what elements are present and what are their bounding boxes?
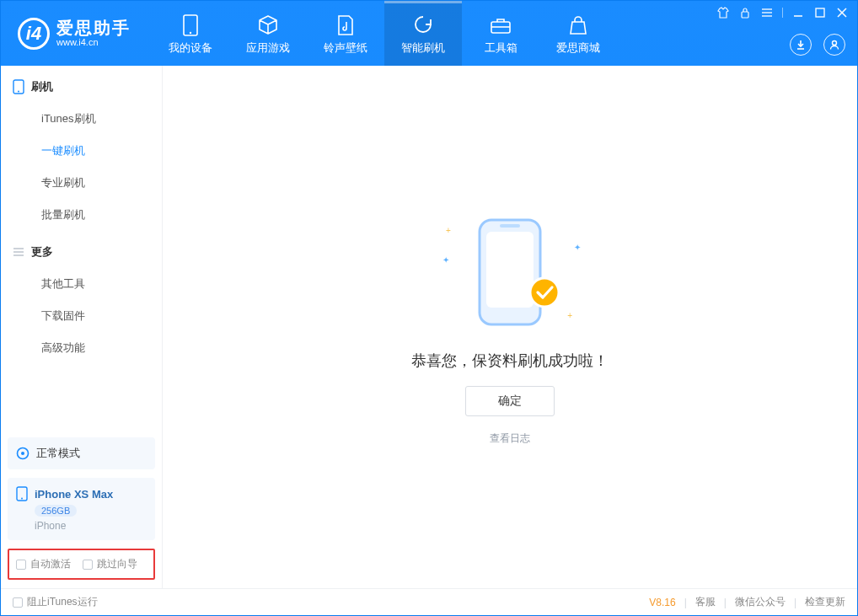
skip-guide-label: 跳过向导 (97, 557, 137, 571)
menu-icon[interactable] (760, 6, 774, 19)
nav-apps[interactable]: 应用游戏 (229, 1, 307, 66)
header-action-buttons (790, 34, 845, 56)
device-icon (180, 14, 201, 36)
app-title: 爱思助手 (56, 19, 131, 37)
sidebar-item-advanced[interactable]: 高级功能 (1, 332, 162, 364)
block-itunes-label: 阻止iTunes运行 (27, 595, 98, 609)
separator: | (794, 597, 796, 608)
device-card[interactable]: iPhone XS Max 256GB iPhone (8, 478, 155, 540)
mode-label: 正常模式 (36, 446, 80, 461)
separator: | (684, 597, 687, 608)
sidebar-item-pro-flash[interactable]: 专业刷机 (1, 167, 162, 199)
auto-activate-checkbox[interactable]: 自动激活 (16, 557, 71, 571)
wechat-link[interactable]: 微信公众号 (735, 595, 786, 609)
phone-icon (13, 79, 24, 94)
checkbox-icon (83, 560, 93, 570)
svg-point-26 (530, 278, 559, 307)
success-illustration: ✦ ✦ + + (434, 209, 586, 335)
sidebar: 刷机 iTunes刷机 一键刷机 专业刷机 批量刷机 更多 其他工具 下载固件 … (1, 66, 163, 588)
svg-point-20 (21, 452, 24, 455)
sidebar-group-title: 更多 (31, 244, 53, 260)
nav-ringtone[interactable]: 铃声壁纸 (307, 1, 384, 66)
block-itunes-checkbox[interactable]: 阻止iTunes运行 (13, 595, 98, 609)
sparkle-icon: + (446, 226, 451, 235)
checkbox-row: 自动激活 跳过向导 (8, 549, 155, 580)
separator: | (724, 597, 727, 608)
sidebar-group-title: 刷机 (31, 79, 53, 94)
check-update-link[interactable]: 检查更新 (805, 595, 845, 609)
device-type-label: iPhone (35, 520, 66, 532)
svg-point-22 (21, 498, 23, 500)
ok-button[interactable]: 确定 (465, 386, 555, 416)
top-nav: 我的设备 应用游戏 铃声壁纸 智能刷机 (152, 1, 617, 66)
maximize-icon[interactable] (813, 6, 827, 19)
sidebar-item-download-firmware[interactable]: 下载固件 (1, 300, 162, 332)
sidebar-group-more: 更多 (1, 231, 162, 268)
svg-rect-9 (816, 8, 824, 17)
capacity-badge: 256GB (35, 505, 77, 517)
svg-point-13 (833, 41, 837, 46)
bag-icon (567, 14, 589, 36)
sidebar-item-itunes-flash[interactable]: iTunes刷机 (1, 103, 162, 135)
sidebar-bottom: 正常模式 iPhone XS Max 256GB iPhone 自动激活 (1, 437, 162, 588)
refresh-shield-icon (412, 14, 434, 36)
nav-store[interactable]: 爱思商城 (539, 1, 617, 66)
svg-rect-24 (486, 232, 534, 308)
sidebar-item-other-tools[interactable]: 其他工具 (1, 268, 162, 300)
nav-flash[interactable]: 智能刷机 (384, 1, 462, 66)
checkbox-icon (16, 560, 26, 570)
nav-label: 铃声壁纸 (324, 40, 367, 56)
footer-right: V8.16 | 客服 | 微信公众号 | 检查更新 (649, 595, 845, 609)
sparkle-icon: ✦ (442, 255, 449, 265)
nav-label: 应用游戏 (246, 40, 290, 56)
nav-label: 智能刷机 (401, 40, 445, 56)
device-phone-icon (16, 486, 28, 501)
nav-label: 我的设备 (169, 40, 212, 56)
music-file-icon (335, 14, 357, 36)
svg-rect-4 (742, 12, 748, 18)
svg-point-1 (190, 31, 191, 33)
sidebar-group-flash: 刷机 (1, 66, 162, 103)
sidebar-item-oneclick-flash[interactable]: 一键刷机 (1, 135, 162, 167)
minimize-icon[interactable] (791, 6, 805, 19)
sparkle-icon: ✦ (574, 243, 581, 252)
body: 刷机 iTunes刷机 一键刷机 专业刷机 批量刷机 更多 其他工具 下载固件 … (1, 66, 857, 588)
header: i4 爱思助手 www.i4.cn 我的设备 应用游戏 (1, 1, 857, 66)
download-button[interactable] (790, 34, 812, 56)
separator (782, 8, 783, 18)
mode-card[interactable]: 正常模式 (8, 437, 155, 469)
view-log-link[interactable]: 查看日志 (490, 431, 530, 446)
device-name-label: iPhone XS Max (35, 488, 113, 501)
app-url: www.i4.cn (56, 37, 131, 47)
footer: 阻止iTunes运行 V8.16 | 客服 | 微信公众号 | 检查更新 (1, 588, 857, 615)
svg-point-15 (18, 91, 19, 93)
cube-icon (257, 14, 279, 36)
checkbox-icon (13, 597, 23, 608)
version-label: V8.16 (649, 597, 675, 608)
svg-rect-25 (500, 224, 520, 228)
checkmark-badge-icon (528, 276, 560, 308)
mode-icon (16, 447, 29, 460)
customer-service-link[interactable]: 客服 (695, 595, 716, 609)
shirt-icon[interactable] (716, 6, 730, 19)
sidebar-item-batch-flash[interactable]: 批量刷机 (1, 199, 162, 231)
nav-toolbox[interactable]: 工具箱 (462, 1, 539, 66)
lock-icon[interactable] (738, 6, 752, 19)
nav-label: 工具箱 (485, 40, 517, 56)
nav-my-device[interactable]: 我的设备 (152, 1, 229, 66)
skip-guide-checkbox[interactable]: 跳过向导 (83, 557, 137, 571)
nav-label: 爱思商城 (556, 40, 600, 56)
app-window: i4 爱思助手 www.i4.cn 我的设备 应用游戏 (0, 0, 858, 616)
list-icon (13, 246, 24, 258)
success-message: 恭喜您，保资料刷机成功啦！ (411, 351, 609, 371)
sparkle-icon: + (567, 311, 572, 320)
main-content: ✦ ✦ + + 恭喜您，保资料刷机成功啦！ 确定 查看日志 (163, 66, 857, 588)
close-icon[interactable] (835, 6, 849, 19)
titlebar-controls (716, 6, 849, 19)
toolbox-icon (490, 14, 512, 36)
auto-activate-label: 自动激活 (30, 557, 71, 571)
user-button[interactable] (823, 34, 845, 56)
logo-icon: i4 (18, 18, 50, 50)
logo-text: 爱思助手 www.i4.cn (56, 19, 131, 47)
logo-block: i4 爱思助手 www.i4.cn (18, 18, 131, 50)
